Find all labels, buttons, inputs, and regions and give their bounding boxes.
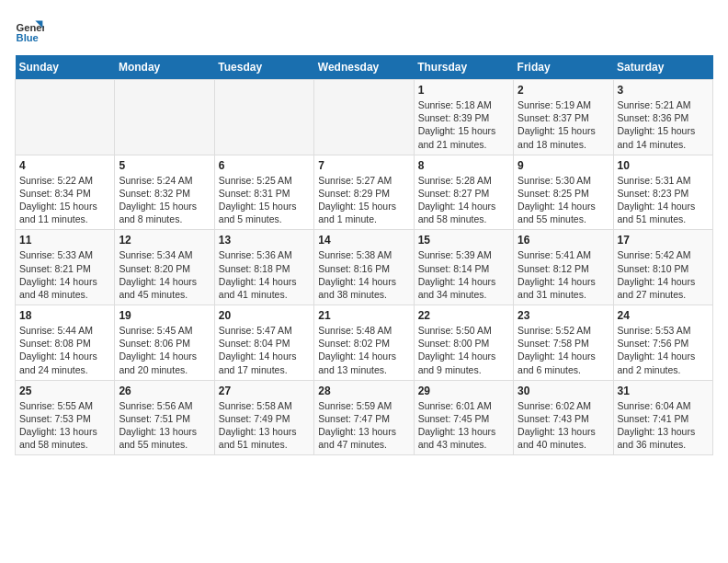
day-cell: 27Sunrise: 5:58 AMSunset: 7:49 PMDayligh… <box>214 380 313 455</box>
day-cell: 5Sunrise: 5:24 AMSunset: 8:32 PMDaylight… <box>115 155 214 230</box>
day-cell: 23Sunrise: 5:52 AMSunset: 7:58 PMDayligh… <box>514 305 613 381</box>
day-number: 19 <box>119 309 210 322</box>
calendar-header-row: SundayMondayTuesdayWednesdayThursdayFrid… <box>16 55 713 80</box>
day-cell: 13Sunrise: 5:36 AMSunset: 8:18 PMDayligh… <box>214 230 313 305</box>
day-number: 22 <box>418 309 509 322</box>
day-number: 2 <box>518 84 609 97</box>
day-info: Sunrise: 5:38 AMSunset: 8:16 PMDaylight:… <box>318 248 409 301</box>
day-info: Sunrise: 6:01 AMSunset: 7:45 PMDaylight:… <box>418 399 509 452</box>
day-info: Sunrise: 6:04 AMSunset: 7:41 PMDaylight:… <box>618 399 709 452</box>
day-cell: 29Sunrise: 6:01 AMSunset: 7:45 PMDayligh… <box>414 380 513 455</box>
day-number: 15 <box>418 234 509 247</box>
day-number: 13 <box>219 234 310 247</box>
day-number: 27 <box>219 385 310 397</box>
day-cell: 12Sunrise: 5:34 AMSunset: 8:20 PMDayligh… <box>115 230 214 305</box>
day-cell <box>16 80 115 155</box>
day-number: 7 <box>318 159 409 172</box>
day-cell: 11Sunrise: 5:33 AMSunset: 8:21 PMDayligh… <box>16 230 115 305</box>
col-header-thursday: Thursday <box>414 55 513 80</box>
day-cell: 26Sunrise: 5:56 AMSunset: 7:51 PMDayligh… <box>115 380 214 455</box>
day-cell: 16Sunrise: 5:41 AMSunset: 8:12 PMDayligh… <box>514 230 613 305</box>
day-info: Sunrise: 5:25 AMSunset: 8:31 PMDaylight:… <box>219 174 310 226</box>
calendar-table: SundayMondayTuesdayWednesdayThursdayFrid… <box>15 55 713 455</box>
day-number: 4 <box>19 159 110 172</box>
day-number: 12 <box>119 234 210 247</box>
day-number: 20 <box>219 309 310 322</box>
col-header-sunday: Sunday <box>16 55 115 80</box>
day-info: Sunrise: 5:59 AMSunset: 7:47 PMDaylight:… <box>318 399 409 452</box>
day-cell: 10Sunrise: 5:31 AMSunset: 8:23 PMDayligh… <box>613 155 712 230</box>
day-info: Sunrise: 5:44 AMSunset: 8:08 PMDaylight:… <box>19 324 110 376</box>
day-info: Sunrise: 5:41 AMSunset: 8:12 PMDaylight:… <box>518 248 609 301</box>
day-cell: 21Sunrise: 5:48 AMSunset: 8:02 PMDayligh… <box>314 305 414 381</box>
week-row-5: 25Sunrise: 5:55 AMSunset: 7:53 PMDayligh… <box>16 380 713 455</box>
day-number: 26 <box>119 385 210 397</box>
day-cell: 4Sunrise: 5:22 AMSunset: 8:34 PMDaylight… <box>16 155 115 230</box>
day-number: 6 <box>219 159 310 172</box>
day-cell: 24Sunrise: 5:53 AMSunset: 7:56 PMDayligh… <box>613 305 712 381</box>
day-number: 5 <box>119 159 210 172</box>
day-info: Sunrise: 5:21 AMSunset: 8:36 PMDaylight:… <box>618 98 709 151</box>
day-info: Sunrise: 5:28 AMSunset: 8:27 PMDaylight:… <box>418 174 509 226</box>
day-cell <box>314 80 414 155</box>
day-info: Sunrise: 5:19 AMSunset: 8:37 PMDaylight:… <box>518 98 609 151</box>
day-cell: 20Sunrise: 5:47 AMSunset: 8:04 PMDayligh… <box>214 305 313 381</box>
day-info: Sunrise: 5:33 AMSunset: 8:21 PMDaylight:… <box>19 248 110 301</box>
day-number: 8 <box>418 159 509 172</box>
day-info: Sunrise: 5:30 AMSunset: 8:25 PMDaylight:… <box>518 174 609 226</box>
day-info: Sunrise: 5:34 AMSunset: 8:20 PMDaylight:… <box>119 248 210 301</box>
logo-icon: General Blue <box>15 15 44 44</box>
week-row-3: 11Sunrise: 5:33 AMSunset: 8:21 PMDayligh… <box>16 230 713 305</box>
day-number: 18 <box>19 309 110 322</box>
day-number: 25 <box>19 385 110 397</box>
day-cell: 1Sunrise: 5:18 AMSunset: 8:39 PMDaylight… <box>414 80 513 155</box>
day-cell: 19Sunrise: 5:45 AMSunset: 8:06 PMDayligh… <box>115 305 214 381</box>
page-header: General Blue <box>15 15 713 44</box>
day-info: Sunrise: 5:31 AMSunset: 8:23 PMDaylight:… <box>618 174 709 226</box>
day-info: Sunrise: 5:47 AMSunset: 8:04 PMDaylight:… <box>219 324 310 376</box>
day-cell: 15Sunrise: 5:39 AMSunset: 8:14 PMDayligh… <box>414 230 513 305</box>
day-cell: 31Sunrise: 6:04 AMSunset: 7:41 PMDayligh… <box>613 380 712 455</box>
day-number: 3 <box>618 84 709 97</box>
day-number: 23 <box>518 309 609 322</box>
logo: General Blue <box>15 15 48 44</box>
day-cell: 28Sunrise: 5:59 AMSunset: 7:47 PMDayligh… <box>314 380 414 455</box>
day-info: Sunrise: 5:45 AMSunset: 8:06 PMDaylight:… <box>119 324 210 376</box>
day-number: 29 <box>418 385 509 397</box>
day-cell: 9Sunrise: 5:30 AMSunset: 8:25 PMDaylight… <box>514 155 613 230</box>
day-cell: 3Sunrise: 5:21 AMSunset: 8:36 PMDaylight… <box>613 80 712 155</box>
day-cell: 22Sunrise: 5:50 AMSunset: 8:00 PMDayligh… <box>414 305 513 381</box>
day-number: 21 <box>318 309 409 322</box>
week-row-1: 1Sunrise: 5:18 AMSunset: 8:39 PMDaylight… <box>16 80 713 155</box>
day-info: Sunrise: 5:58 AMSunset: 7:49 PMDaylight:… <box>219 399 310 452</box>
day-info: Sunrise: 5:27 AMSunset: 8:29 PMDaylight:… <box>318 174 409 226</box>
day-cell: 17Sunrise: 5:42 AMSunset: 8:10 PMDayligh… <box>613 230 712 305</box>
day-cell: 6Sunrise: 5:25 AMSunset: 8:31 PMDaylight… <box>214 155 313 230</box>
col-header-friday: Friday <box>514 55 613 80</box>
day-info: Sunrise: 5:55 AMSunset: 7:53 PMDaylight:… <box>19 399 110 452</box>
svg-text:Blue: Blue <box>17 32 39 43</box>
week-row-2: 4Sunrise: 5:22 AMSunset: 8:34 PMDaylight… <box>16 155 713 230</box>
day-cell: 25Sunrise: 5:55 AMSunset: 7:53 PMDayligh… <box>16 380 115 455</box>
day-number: 1 <box>418 84 509 97</box>
day-info: Sunrise: 5:36 AMSunset: 8:18 PMDaylight:… <box>219 248 310 301</box>
day-number: 28 <box>318 385 409 397</box>
day-number: 11 <box>19 234 110 247</box>
day-number: 9 <box>518 159 609 172</box>
day-cell: 30Sunrise: 6:02 AMSunset: 7:43 PMDayligh… <box>514 380 613 455</box>
week-row-4: 18Sunrise: 5:44 AMSunset: 8:08 PMDayligh… <box>16 305 713 381</box>
day-number: 24 <box>618 309 709 322</box>
day-cell <box>214 80 313 155</box>
day-number: 17 <box>618 234 709 247</box>
day-info: Sunrise: 6:02 AMSunset: 7:43 PMDaylight:… <box>518 399 609 452</box>
day-info: Sunrise: 5:48 AMSunset: 8:02 PMDaylight:… <box>318 324 409 376</box>
day-info: Sunrise: 5:22 AMSunset: 8:34 PMDaylight:… <box>19 174 110 226</box>
day-cell: 14Sunrise: 5:38 AMSunset: 8:16 PMDayligh… <box>314 230 414 305</box>
day-info: Sunrise: 5:52 AMSunset: 7:58 PMDaylight:… <box>518 324 609 376</box>
day-cell: 7Sunrise: 5:27 AMSunset: 8:29 PMDaylight… <box>314 155 414 230</box>
col-header-saturday: Saturday <box>613 55 712 80</box>
day-info: Sunrise: 5:39 AMSunset: 8:14 PMDaylight:… <box>418 248 509 301</box>
col-header-tuesday: Tuesday <box>214 55 313 80</box>
day-info: Sunrise: 5:50 AMSunset: 8:00 PMDaylight:… <box>418 324 509 376</box>
day-info: Sunrise: 5:24 AMSunset: 8:32 PMDaylight:… <box>119 174 210 226</box>
